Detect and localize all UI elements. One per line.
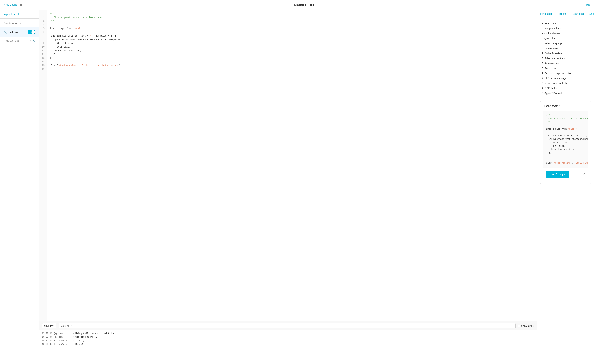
example-item[interactable]: Scheduled actions xyxy=(544,56,590,61)
example-card: Hello World /** * Show a greeting on the… xyxy=(540,101,591,184)
load-example-button[interactable]: Load Example xyxy=(546,171,569,178)
line-numbers: 12345 678910 1112131415 16 xyxy=(39,10,47,321)
example-item[interactable]: Call and Mute xyxy=(544,31,590,36)
show-history-text: Show history xyxy=(521,325,534,327)
sidebar-item-label: Hello World xyxy=(8,31,21,33)
severity-chevron: ▾ xyxy=(53,325,54,327)
expand-button[interactable]: ⤢ xyxy=(583,172,585,176)
example-item[interactable]: Hello World xyxy=(544,21,590,26)
log-content: 15:02:04 [system] > Using XAPI transport… xyxy=(39,330,537,364)
filter-input[interactable] xyxy=(59,323,515,328)
macro-toggle[interactable] xyxy=(27,30,35,34)
log-time: 15:02:04 xyxy=(42,339,52,343)
severity-label: Severity xyxy=(44,325,53,327)
log-time: 15:02:05 xyxy=(42,343,52,346)
delete-icon[interactable]: 🔧 xyxy=(32,39,35,42)
example-item[interactable]: Auto Answer xyxy=(544,46,590,51)
log-message: Starting macros... xyxy=(75,335,99,339)
import-button[interactable]: Import from file... xyxy=(0,10,39,19)
log-toolbar: Severity ▾ Show history xyxy=(39,321,537,330)
menu-button[interactable]: ☰ ▾ xyxy=(19,3,23,7)
log-time: 15:02:04 xyxy=(42,335,52,339)
log-message: Ready! xyxy=(75,343,83,346)
tab-examples[interactable]: Examples xyxy=(570,10,586,18)
log-time: 15:02:04 xyxy=(42,332,52,335)
example-code: /** * Show a greeting on the video scree… xyxy=(543,111,588,168)
log-message: Using XAPI transport: WebSocket xyxy=(75,332,115,335)
top-bar-left: < My Device ☰ ▾ xyxy=(4,3,23,7)
example-item[interactable]: Microphone controls xyxy=(544,81,590,86)
download-icon[interactable]: ⬇ xyxy=(29,39,31,42)
show-history-label[interactable]: Show history xyxy=(518,325,534,327)
wrench-icon: 🔧 xyxy=(4,31,7,34)
log-entry: 15:02:04 [system] > Using XAPI transport… xyxy=(42,332,534,335)
sidebar-item-hello-world[interactable]: 🔧 Hello World xyxy=(0,27,39,37)
example-item[interactable]: Select language xyxy=(544,41,590,46)
log-entry: 15:02:04 [system] > Starting macros... xyxy=(42,335,534,339)
example-item[interactable]: UI Extensions logger xyxy=(544,76,590,81)
example-item[interactable]: Apple TV remote xyxy=(544,91,590,96)
right-tabs: Introduction Tutorial Examples Shortcuts xyxy=(537,10,594,18)
log-message: Loading... xyxy=(75,339,88,343)
example-item[interactable]: Dual screen presentations xyxy=(544,71,590,76)
code-content[interactable]: /** * Show a greeting on the video scree… xyxy=(47,10,537,321)
log-entry: 15:02:05 Hello World > Ready! xyxy=(42,343,534,346)
back-button[interactable]: < My Device xyxy=(4,3,17,6)
sidebar-item-label: Hello World (1) * xyxy=(4,39,22,42)
example-item[interactable]: Quick dial xyxy=(544,36,590,41)
sidebar-item-hello-world-1[interactable]: Hello World (1) * ⬇ 🔧 xyxy=(0,37,39,45)
log-source: Hello World xyxy=(54,343,71,346)
tab-tutorial[interactable]: Tutorial xyxy=(556,10,570,18)
example-card-title: Hello World xyxy=(540,101,591,111)
example-item[interactable]: Swap monitors xyxy=(544,26,590,31)
example-item[interactable]: Auto-wakeup xyxy=(544,61,590,66)
log-source: [system] xyxy=(54,335,71,339)
show-history-checkbox[interactable] xyxy=(518,325,520,327)
tab-introduction[interactable]: Introduction xyxy=(537,10,556,18)
code-editor[interactable]: 12345 678910 1112131415 16 /** * Show a … xyxy=(39,10,537,321)
expand-icon: ⤢ xyxy=(583,173,585,176)
log-source: [system] xyxy=(54,332,71,335)
severity-button[interactable]: Severity ▾ xyxy=(42,323,56,328)
example-item[interactable]: Audio Safe Guard xyxy=(544,51,590,56)
create-macro-button[interactable]: Create new macro xyxy=(0,19,39,27)
example-item[interactable]: GPIO button xyxy=(544,86,590,91)
sidebar: Import from file... Create new macro 🔧 H… xyxy=(0,10,39,364)
log-area: Severity ▾ Show history 15:02:04 [system… xyxy=(39,321,537,364)
log-source: Hello World xyxy=(54,339,71,343)
example-item[interactable]: Room reset xyxy=(544,66,590,71)
examples-list: Hello World Swap monitors Call and Mute … xyxy=(537,18,594,98)
help-button[interactable]: Help xyxy=(585,3,590,6)
editor-area: 12345 678910 1112131415 16 /** * Show a … xyxy=(39,10,537,364)
main-layout: Import from file... Create new macro 🔧 H… xyxy=(0,10,594,364)
top-bar: < My Device ☰ ▾ Macro Editor Help xyxy=(0,0,594,10)
menu-icon: ☰ xyxy=(19,3,22,7)
page-title: Macro Editor xyxy=(23,3,585,7)
tab-shortcuts[interactable]: Shortcuts xyxy=(587,10,594,18)
right-panel: Introduction Tutorial Examples Shortcuts… xyxy=(537,10,594,364)
log-entry: 15:02:04 Hello World > Loading... xyxy=(42,339,534,343)
